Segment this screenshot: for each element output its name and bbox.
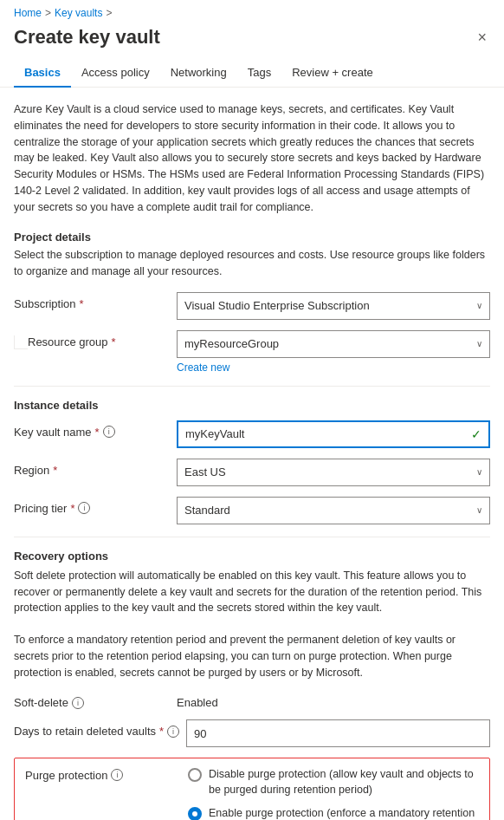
subscription-required: * <box>80 297 84 310</box>
tab-tags[interactable]: Tags <box>237 59 281 88</box>
tab-access-policy[interactable]: Access policy <box>71 59 160 88</box>
purge-option-enable[interactable]: Enable purge protection (enforce a manda… <box>188 806 479 820</box>
purge-protection-row: Purge protection i Disable purge protect… <box>25 767 479 820</box>
divider-1 <box>14 386 490 387</box>
key-vault-name-input[interactable]: myKeyVault ✓ <box>177 420 490 448</box>
project-details-desc: Select the subscription to manage deploy… <box>14 247 490 280</box>
days-retain-required: * <box>159 725 164 738</box>
pricing-tier-chevron-icon: ∨ <box>476 505 482 515</box>
resource-group-label: Resource group * <box>28 335 116 348</box>
pricing-tier-control-wrapper: Standard ∨ <box>177 497 490 524</box>
purge-info-icon[interactable]: i <box>111 769 123 781</box>
breadcrumb-home[interactable]: Home <box>14 7 42 19</box>
purge-option-disable-label: Disable purge protection (allow key vaul… <box>209 767 479 797</box>
region-chevron-icon: ∨ <box>476 467 482 477</box>
days-retain-input[interactable] <box>186 719 490 747</box>
purge-options-col: Disable purge protection (allow key vaul… <box>188 767 479 820</box>
soft-delete-info-icon[interactable]: i <box>72 697 84 709</box>
soft-delete-value: Enabled <box>177 696 218 709</box>
subscription-label: Subscription * <box>14 292 170 310</box>
resource-group-chevron-icon: ∨ <box>476 339 482 348</box>
key-vault-name-check-icon: ✓ <box>471 427 481 441</box>
subscription-row: Subscription * Visual Studio Enterprise … <box>14 292 490 320</box>
purge-option-enable-label: Enable purge protection (enforce a manda… <box>209 806 479 820</box>
breadcrumb-keyvaults[interactable]: Key vaults <box>55 7 102 19</box>
project-details-title: Project details <box>14 231 490 244</box>
recovery-desc1: Soft delete protection will automaticall… <box>14 568 490 616</box>
page-title: Create key vault <box>14 26 160 49</box>
days-retain-row: Days to retain deleted vaults * i <box>14 719 490 747</box>
resource-group-indent: Resource group * <box>14 330 170 349</box>
tabs-bar: Basics Access policy Networking Tags Rev… <box>0 59 504 88</box>
purge-protection-label: Purge protection i <box>25 767 181 782</box>
subscription-chevron-icon: ∨ <box>476 301 482 310</box>
resource-group-required: * <box>112 335 116 348</box>
create-new-link[interactable]: Create new <box>177 361 490 374</box>
region-control-wrapper: East US ∨ <box>177 459 490 486</box>
region-label: Region * <box>14 459 170 477</box>
key-vault-name-label: Key vault name * i <box>14 420 170 439</box>
resource-group-select[interactable]: myResourceGroup ∨ <box>177 330 490 358</box>
breadcrumb-sep2: > <box>106 7 112 19</box>
tab-networking[interactable]: Networking <box>160 59 237 88</box>
close-button[interactable]: × <box>474 26 490 49</box>
region-required: * <box>53 464 57 477</box>
key-vault-name-row: Key vault name * i myKeyVault ✓ <box>14 420 490 448</box>
instance-details-title: Instance details <box>14 399 490 412</box>
key-vault-name-required: * <box>95 426 100 439</box>
purge-radio-disable[interactable] <box>188 768 202 782</box>
tab-review-create[interactable]: Review + create <box>281 59 384 88</box>
key-vault-name-control-wrapper: myKeyVault ✓ <box>177 420 490 448</box>
resource-group-control-wrapper: myResourceGroup ∨ Create new <box>177 330 490 374</box>
page-header: Create key vault × <box>0 23 504 59</box>
days-retain-label: Days to retain deleted vaults * i <box>14 719 179 738</box>
recovery-desc2: To enforce a mandatory retention period … <box>14 632 490 680</box>
indent-line <box>14 335 28 349</box>
soft-delete-label: Soft-delete i <box>14 696 170 709</box>
recovery-options-title: Recovery options <box>14 550 490 563</box>
days-retain-control-wrapper <box>186 719 490 747</box>
breadcrumb: Home > Key vaults > <box>0 0 504 23</box>
pricing-tier-required: * <box>70 502 74 515</box>
purge-radio-enable[interactable] <box>188 807 202 820</box>
subscription-select[interactable]: Visual Studio Enterprise Subscription ∨ <box>177 292 490 320</box>
soft-delete-row: Soft-delete i Enabled <box>14 696 490 709</box>
pricing-tier-select[interactable]: Standard ∨ <box>177 497 490 524</box>
pricing-tier-info-icon[interactable]: i <box>78 502 90 514</box>
breadcrumb-sep1: > <box>45 7 51 19</box>
region-row: Region * East US ∨ <box>14 459 490 486</box>
purge-option-disable[interactable]: Disable purge protection (allow key vaul… <box>188 767 479 797</box>
tab-basics[interactable]: Basics <box>14 59 71 88</box>
pricing-tier-row: Pricing tier * i Standard ∨ <box>14 497 490 524</box>
divider-2 <box>14 537 490 537</box>
subscription-control-wrapper: Visual Studio Enterprise Subscription ∨ <box>177 292 490 320</box>
region-select[interactable]: East US ∨ <box>177 459 490 486</box>
days-retain-info-icon[interactable]: i <box>167 726 179 738</box>
key-vault-name-info-icon[interactable]: i <box>103 426 115 438</box>
main-content: Azure Key Vault is a cloud service used … <box>0 88 504 820</box>
purge-protection-section: Purge protection i Disable purge protect… <box>14 758 490 820</box>
resource-group-row: Resource group * myResourceGroup ∨ Creat… <box>14 330 490 374</box>
pricing-tier-label: Pricing tier * i <box>14 497 170 515</box>
intro-description: Azure Key Vault is a cloud service used … <box>14 101 490 215</box>
